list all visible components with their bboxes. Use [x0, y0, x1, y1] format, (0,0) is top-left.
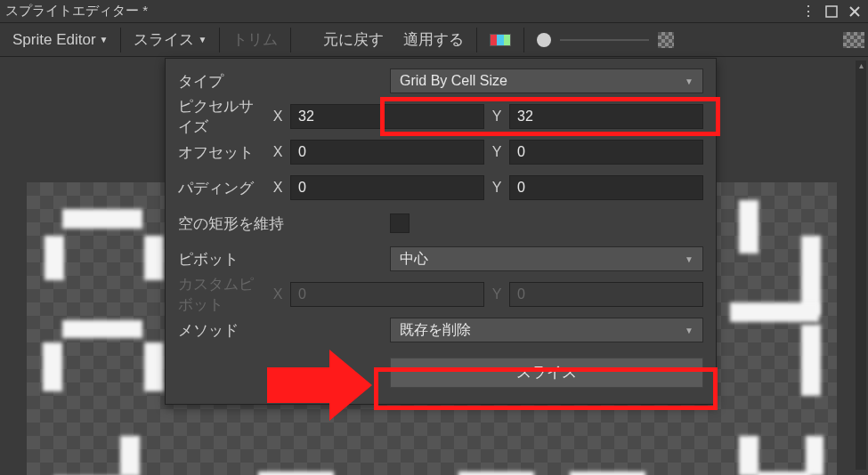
- sprite-segment: [43, 342, 62, 391]
- sprite-segment: [730, 302, 819, 322]
- offset-label: オフセット: [178, 142, 264, 163]
- custom-pivot-inputs: X Y: [271, 282, 703, 307]
- vertical-scrollbar[interactable]: ▴: [856, 60, 866, 470]
- pixel-size-y-input[interactable]: [509, 104, 703, 129]
- sprite-segment: [806, 436, 823, 475]
- sprite-segment: [62, 209, 142, 229]
- pivot-row: ピボット 中心 ▼: [178, 246, 703, 272]
- svg-rect-0: [826, 6, 837, 17]
- padding-inputs: X Y: [271, 175, 703, 200]
- sprite-editor-label: Sprite Editor: [12, 31, 96, 49]
- y-label: Y: [490, 180, 504, 196]
- separator: [523, 28, 524, 52]
- slider-thumb[interactable]: [537, 33, 551, 47]
- titlebar-controls: ⋮: [800, 4, 863, 20]
- close-icon[interactable]: [847, 4, 863, 20]
- padding-row: パディング X Y: [178, 174, 703, 201]
- method-row: メソッド 既存を削除 ▼: [178, 317, 703, 343]
- offset-row: オフセット X Y: [178, 139, 703, 165]
- slice-button[interactable]: スライス: [390, 358, 703, 388]
- slice-button-row: スライス: [178, 356, 703, 390]
- arrow-icon: [267, 341, 374, 430]
- slice-panel: タイプ Grid By Cell Size ▼ ピクセルサイズ X Y オフセッ…: [165, 58, 717, 405]
- sprite-segment: [144, 236, 164, 280]
- pixel-size-row: ピクセルサイズ X Y: [178, 103, 703, 130]
- keep-empty-label: 空の矩形を維持: [178, 213, 383, 234]
- separator: [120, 28, 121, 52]
- padding-y-input[interactable]: [509, 175, 703, 200]
- sprite-segment: [120, 436, 140, 475]
- sprite-segment: [458, 471, 534, 475]
- x-label: X: [271, 109, 285, 125]
- padding-x-input[interactable]: [290, 175, 484, 200]
- slice-dropdown[interactable]: スライス ▼: [125, 26, 215, 53]
- sprite-segment: [570, 471, 645, 475]
- chevron-down-icon: ▼: [198, 35, 207, 44]
- svg-marker-3: [267, 350, 372, 421]
- chevron-down-icon: ▼: [685, 326, 694, 335]
- color-swatch-icon: [490, 34, 511, 46]
- pixel-size-inputs: X Y: [271, 104, 703, 129]
- keep-empty-row: 空の矩形を維持: [178, 210, 703, 237]
- separator: [290, 28, 291, 52]
- padding-label: パディング: [178, 178, 264, 198]
- color-button[interactable]: [481, 30, 520, 50]
- custom-pivot-x-input: [290, 282, 484, 307]
- apply-button[interactable]: 適用する: [394, 26, 473, 53]
- pivot-label: ピボット: [178, 249, 383, 270]
- y-label: Y: [490, 109, 504, 125]
- revert-button[interactable]: 元に戻す: [314, 26, 393, 53]
- sprite-segment: [801, 325, 821, 396]
- pixel-size-label: ピクセルサイズ: [178, 96, 264, 137]
- zoom-checker-icon[interactable]: [843, 32, 864, 48]
- sprite-segment: [757, 471, 810, 475]
- type-row: タイプ Grid By Cell Size ▼: [178, 68, 703, 94]
- method-value: 既存を削除: [400, 321, 471, 340]
- toolbar: Sprite Editor ▼ スライス ▼ トリム 元に戻す 適用する: [0, 23, 868, 57]
- sprite-editor-dropdown[interactable]: Sprite Editor ▼: [4, 28, 117, 52]
- y-label: Y: [490, 144, 504, 160]
- offset-y-input[interactable]: [509, 140, 703, 165]
- window-title: スプライトエディター *: [5, 3, 148, 20]
- sprite-segment: [258, 471, 334, 475]
- pivot-value: 中心: [400, 250, 428, 269]
- sprite-segment: [739, 436, 758, 475]
- type-label: タイプ: [178, 71, 383, 92]
- custom-pivot-label: カスタムピボット: [178, 274, 264, 315]
- y-label: Y: [490, 286, 504, 302]
- method-dropdown[interactable]: 既存を削除 ▼: [390, 318, 703, 342]
- more-icon[interactable]: ⋮: [800, 4, 816, 20]
- pivot-dropdown[interactable]: 中心 ▼: [390, 246, 703, 271]
- offset-x-input[interactable]: [290, 140, 484, 165]
- x-label: X: [271, 144, 285, 160]
- custom-pivot-row: カスタムピボット X Y: [178, 281, 703, 308]
- type-dropdown[interactable]: Grid By Cell Size ▼: [390, 68, 703, 93]
- chevron-down-icon: ▼: [100, 35, 109, 44]
- slider-track[interactable]: [560, 39, 649, 41]
- alpha-slider[interactable]: [537, 32, 674, 48]
- scroll-up-icon[interactable]: ▴: [856, 60, 866, 71]
- trim-label: トリム: [232, 29, 278, 50]
- sprite-segment: [144, 342, 164, 391]
- trim-button[interactable]: トリム: [223, 26, 287, 53]
- keep-empty-checkbox[interactable]: [390, 213, 410, 233]
- custom-pivot-y-input: [509, 282, 703, 307]
- method-label: メソッド: [178, 320, 383, 341]
- sprite-segment: [45, 236, 64, 280]
- type-value: Grid By Cell Size: [400, 73, 507, 89]
- x-label: X: [271, 180, 285, 196]
- offset-inputs: X Y: [271, 140, 703, 165]
- x-label: X: [271, 286, 285, 302]
- titlebar: スプライトエディター * ⋮: [0, 0, 868, 23]
- separator: [476, 28, 477, 52]
- sprite-segment: [62, 320, 142, 338]
- slider-checker-icon: [658, 32, 674, 48]
- revert-label: 元に戻す: [323, 29, 384, 50]
- chevron-down-icon: ▼: [685, 76, 694, 86]
- separator: [219, 28, 220, 52]
- chevron-down-icon: ▼: [685, 254, 694, 264]
- sprite-segment: [739, 200, 758, 254]
- pixel-size-x-input[interactable]: [290, 104, 484, 129]
- apply-label: 適用する: [403, 29, 464, 50]
- maximize-icon[interactable]: [823, 4, 840, 20]
